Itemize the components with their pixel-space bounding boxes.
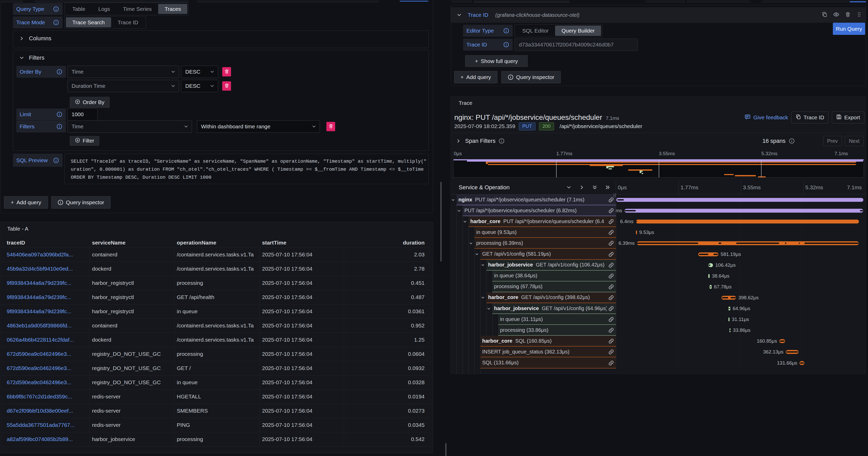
tab-trace-search[interactable]: Trace Search (66, 17, 111, 27)
trace-panel-title[interactable]: Trace (451, 97, 866, 106)
info-icon[interactable] (57, 124, 62, 129)
export-button[interactable]: Export (832, 111, 864, 123)
add-query-button-right[interactable]: + Add query (454, 71, 497, 84)
span-link-icon[interactable] (608, 336, 614, 347)
show-full-query-button[interactable]: + Show full query (465, 55, 528, 67)
span-collapse-chevron[interactable] (487, 303, 491, 314)
columns-section-title[interactable]: Columns (29, 35, 52, 42)
span-bar[interactable] (728, 318, 730, 322)
table-header-traceid[interactable]: traceID (7, 238, 88, 248)
tab-query-builder[interactable]: Query Builder (555, 26, 601, 36)
span-row[interactable]: harbor_jobservice GET /api/v1/config (10… (451, 260, 866, 271)
remove-filter-button[interactable] (327, 122, 335, 131)
table-header-servicename[interactable]: serviceName (92, 238, 173, 248)
collapse-all-icon[interactable] (592, 184, 598, 190)
span-collapse-chevron[interactable] (469, 238, 473, 249)
next-button[interactable]: Next (845, 136, 864, 146)
order-by-direction-select[interactable]: DESC (181, 66, 218, 78)
scrollbar-thumb[interactable] (445, 443, 446, 456)
span-link-icon[interactable] (608, 271, 614, 282)
drag-handle-icon[interactable] (856, 12, 862, 18)
span-link-icon[interactable] (608, 314, 614, 325)
info-icon[interactable] (499, 138, 504, 144)
span-row[interactable]: nginx PUT /api/*/jobservice/queues/sched… (451, 194, 866, 205)
span-collapse-chevron[interactable] (457, 205, 461, 216)
span-link-icon[interactable] (608, 282, 614, 292)
trace-id-link[interactable]: 546406ea097a3096bd2fa... (7, 248, 88, 262)
table-header-duration[interactable]: duration (346, 238, 425, 248)
span-name-cell[interactable]: in queue (9.53μs) (474, 227, 616, 238)
tab-table[interactable]: Table (66, 4, 92, 14)
trace-id-link[interactable]: d67e2f09bbf10d38e00eef... (7, 404, 88, 418)
eye-icon[interactable] (833, 11, 839, 19)
trash-icon[interactable] (845, 12, 851, 18)
trace-id-link[interactable]: 9f89384344a6a79d239fc... (7, 304, 88, 318)
info-icon[interactable] (789, 138, 795, 144)
span-name-cell[interactable]: harbor_core PUT /api/*/jobservice/queues… (468, 216, 616, 227)
query-row-header[interactable]: Trace ID (grafana-clickhouse-datasource-… (451, 7, 866, 23)
trace-id-link[interactable]: 0626a4b6b4228114c2fdaf... (7, 333, 88, 347)
table-panel-title[interactable]: Table - A (1, 222, 433, 232)
info-icon[interactable] (503, 28, 509, 34)
order-by-field-select-2[interactable]: Duration Time (67, 80, 179, 92)
trace-id-link[interactable]: a82af599bc074085b2b89... (7, 432, 88, 446)
chevron-right-icon[interactable] (19, 36, 25, 41)
span-filters-title[interactable]: Span Filters (465, 138, 495, 144)
info-icon[interactable] (53, 158, 59, 163)
span-name-cell[interactable]: in queue (31.11μs) (498, 314, 616, 325)
info-icon[interactable] (53, 20, 59, 25)
tab-sql-editor[interactable]: SQL Editor (516, 26, 555, 36)
expand-all-icon[interactable] (605, 184, 611, 190)
span-bar[interactable] (636, 220, 859, 224)
span-name-cell[interactable]: in queue (38.64μs) (492, 271, 616, 282)
trace-id-link[interactable]: 6bb9f8c767c2d1ded359c... (7, 390, 88, 403)
add-query-button[interactable]: + Add query (4, 196, 48, 208)
span-row[interactable]: harbor_core PUT /api/*/jobservice/queues… (451, 216, 866, 227)
table-header-operationname[interactable]: operationName (177, 238, 259, 248)
span-link-icon[interactable] (608, 325, 614, 336)
filters-section-title[interactable]: Filters (29, 55, 44, 61)
give-feedback-link[interactable]: Give feedback (744, 114, 788, 121)
span-link-icon[interactable] (608, 205, 614, 216)
span-link-icon[interactable] (608, 292, 614, 303)
span-link-icon[interactable] (608, 260, 614, 271)
span-row[interactable]: PUT /api/*/jobservice/queues/scheduler (… (451, 205, 866, 216)
span-row[interactable]: INSERT job_queue_status (362.13μs)362.13… (451, 347, 866, 357)
span-row[interactable]: in queue (31.11μs)31.11μs (451, 314, 866, 325)
trace-id-link[interactable]: 45b9a32d4c5bf9410e0ed... (7, 262, 88, 276)
chevron-down-icon[interactable] (456, 12, 462, 18)
trace-id-link[interactable]: 672d590ea9c0462496e3... (7, 361, 88, 375)
span-link-icon[interactable] (608, 194, 614, 205)
span-row[interactable]: GET /api/v1/config (581.19μs)581.19μs (451, 249, 866, 260)
copy-icon[interactable] (822, 12, 828, 18)
span-link-icon[interactable] (608, 227, 614, 238)
add-filter-button[interactable]: Filter (70, 136, 99, 145)
remove-order-by-button[interactable] (222, 67, 231, 76)
span-name-cell[interactable]: processing (6.39ms) (474, 238, 616, 249)
order-by-direction-select-2[interactable]: DESC (181, 80, 218, 92)
table-header-starttime[interactable]: startTime (262, 238, 342, 248)
trace-id-input[interactable]: d73a334470617f20047b4009c246d0b7 (515, 38, 638, 51)
trace-id-link[interactable]: 4863eb1a9d058f39866fd... (7, 319, 88, 333)
chevron-down-icon[interactable] (19, 55, 25, 61)
filter-condition-select[interactable]: Within dashboard time range (197, 120, 320, 133)
span-row[interactable]: harbor_core GET /api/v1/config (398.62μs… (451, 292, 866, 303)
query-row-title[interactable]: Trace ID (468, 12, 488, 18)
filter-field-select[interactable]: Time (67, 120, 192, 133)
trace-id-link[interactable]: 55a5dda3677501ada7767... (7, 418, 88, 432)
info-icon[interactable] (57, 69, 62, 75)
span-name-cell[interactable]: PUT /api/*/jobservice/queues/scheduler (… (463, 205, 616, 216)
span-name-cell[interactable]: nginx PUT /api/*/jobservice/queues/sched… (457, 194, 616, 205)
span-name-cell[interactable]: INSERT job_queue_status (362.13μs) (480, 347, 616, 357)
span-name-cell[interactable]: harbor_core SQL (160.85μs) (480, 336, 616, 347)
tab-time-series[interactable]: Time Series (117, 4, 158, 14)
span-collapse-chevron[interactable] (480, 292, 485, 303)
trace-id-link[interactable]: 9f89384344a6a79d239fc... (7, 290, 88, 304)
span-row[interactable]: harbor_core SQL (160.85μs)160.85μs (451, 336, 866, 347)
limit-input[interactable]: 1000 (67, 108, 98, 121)
span-name-cell[interactable]: harbor_core GET /api/v1/config (398.62μs… (486, 292, 616, 303)
trace-id-link[interactable]: 9f89384344a6a79d239fc... (7, 276, 88, 290)
span-name-cell[interactable]: harbor_jobservice GET /api/v1/config (10… (486, 260, 616, 271)
span-collapse-chevron[interactable] (475, 249, 479, 260)
chevron-right-icon[interactable] (456, 138, 461, 144)
